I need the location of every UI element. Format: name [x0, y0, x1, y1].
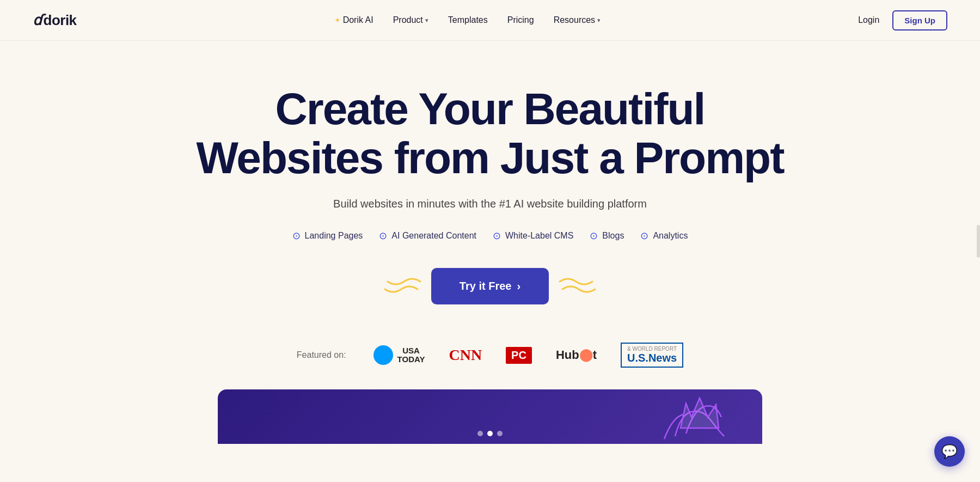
featured-label: Featured on:	[297, 350, 346, 360]
chat-button[interactable]: 💬	[934, 436, 965, 466]
nav-link-resources[interactable]: Resources ▾	[554, 15, 601, 25]
check-icon-ai: ⊙	[379, 230, 387, 242]
feature-label-landing: Landing Pages	[305, 231, 363, 241]
hero-title-line1: Create Your Beautiful	[275, 84, 705, 133]
hero-title: Create Your Beautiful Websites from Just…	[196, 84, 783, 182]
nav-product-label: Product	[393, 15, 423, 25]
logo-pc-mag: PC	[506, 347, 532, 364]
nav-item-product[interactable]: Product ▾	[393, 15, 428, 25]
logo-text: dorik	[44, 12, 77, 29]
nav-ai-label: Dorik AI	[343, 15, 373, 25]
hubspot-spot-icon: ⬤	[579, 348, 593, 362]
featured-logos: USATODAY CNN PC Hub⬤t & WORLD REPORT U.S…	[373, 343, 684, 368]
nav-link-pricing[interactable]: Pricing	[507, 15, 534, 25]
feature-white-label: ⊙ White-Label CMS	[493, 230, 573, 242]
nav-item-templates[interactable]: Templates	[448, 15, 488, 25]
login-button[interactable]: Login	[858, 15, 879, 25]
cta-row: Try it Free ›	[431, 268, 549, 304]
feature-blogs: ⊙ Blogs	[590, 230, 624, 242]
nav-link-ai[interactable]: ✦ Dorik AI	[334, 15, 373, 25]
nav-item-ai[interactable]: ✦ Dorik AI	[334, 15, 373, 25]
nav-link-templates[interactable]: Templates	[448, 15, 488, 25]
nav-templates-label: Templates	[448, 15, 488, 25]
logo-d: ɗ	[33, 12, 42, 29]
chat-icon: 💬	[941, 444, 958, 459]
brand-logo[interactable]: ɗdorik	[33, 12, 77, 29]
preview-bar	[218, 389, 762, 444]
feature-label-blogs: Blogs	[602, 231, 624, 241]
feature-landing-pages: ⊙ Landing Pages	[292, 230, 363, 242]
nav-link-product[interactable]: Product ▾	[393, 15, 428, 25]
feature-label-ai: AI Generated Content	[391, 231, 476, 241]
hero-subtitle: Build websites in minutes with the #1 AI…	[333, 198, 647, 210]
nav-links: ✦ Dorik AI Product ▾ Templates Pricing R…	[334, 15, 601, 25]
nav-actions: Login Sign Up	[858, 10, 947, 30]
usa-today-text: USATODAY	[397, 346, 425, 364]
logo-hubspot: Hub⬤t	[556, 348, 597, 362]
hero-section: Create Your Beautiful Websites from Just…	[0, 41, 980, 466]
check-icon-landing: ⊙	[292, 230, 301, 242]
us-news-main-text: U.S.News	[627, 352, 677, 364]
us-news-top-text: & WORLD REPORT	[627, 346, 677, 352]
hero-features: ⊙ Landing Pages ⊙ AI Generated Content ⊙…	[292, 230, 688, 242]
feature-ai-content: ⊙ AI Generated Content	[379, 230, 476, 242]
preview-dot-1	[477, 431, 483, 436]
crown-decoration	[632, 389, 730, 444]
logo-us-news: & WORLD REPORT U.S.News	[621, 343, 683, 368]
featured-row: Featured on: USATODAY CNN PC Hub⬤t & WOR…	[275, 343, 705, 389]
check-icon-analytics: ⊙	[640, 230, 648, 242]
cta-label: Try it Free	[460, 280, 512, 292]
signup-button[interactable]: Sign Up	[892, 10, 947, 30]
check-icon-blogs: ⊙	[590, 230, 598, 242]
squiggle-left-decoration	[382, 272, 423, 301]
feature-analytics: ⊙ Analytics	[640, 230, 688, 242]
squiggle-right-decoration	[557, 272, 598, 301]
nav-item-resources[interactable]: Resources ▾	[554, 15, 601, 25]
feature-label-analytics: Analytics	[653, 231, 688, 241]
logo-cnn: CNN	[449, 346, 482, 364]
scroll-indicator	[977, 225, 980, 258]
try-it-free-button[interactable]: Try it Free ›	[431, 268, 549, 304]
chevron-down-icon: ▾	[425, 17, 428, 24]
hero-title-line2: Websites from Just a Prompt	[196, 133, 783, 182]
feature-label-whitelabel: White-Label CMS	[505, 231, 573, 241]
check-icon-whitelabel: ⊙	[493, 230, 501, 242]
preview-dot-3	[497, 431, 503, 436]
cta-arrow-icon: ›	[517, 280, 520, 292]
logo-usa-today: USATODAY	[373, 345, 425, 365]
chevron-down-icon-resources: ▾	[597, 17, 601, 24]
nav-resources-label: Resources	[554, 15, 595, 25]
navbar: ɗdorik ✦ Dorik AI Product ▾ Templates Pr…	[0, 0, 980, 41]
ai-stars-icon: ✦	[334, 16, 341, 25]
nav-pricing-label: Pricing	[507, 15, 534, 25]
usa-today-dot	[373, 345, 393, 365]
preview-section	[22, 389, 958, 444]
nav-item-pricing[interactable]: Pricing	[507, 15, 534, 25]
preview-dot-2	[487, 431, 493, 436]
